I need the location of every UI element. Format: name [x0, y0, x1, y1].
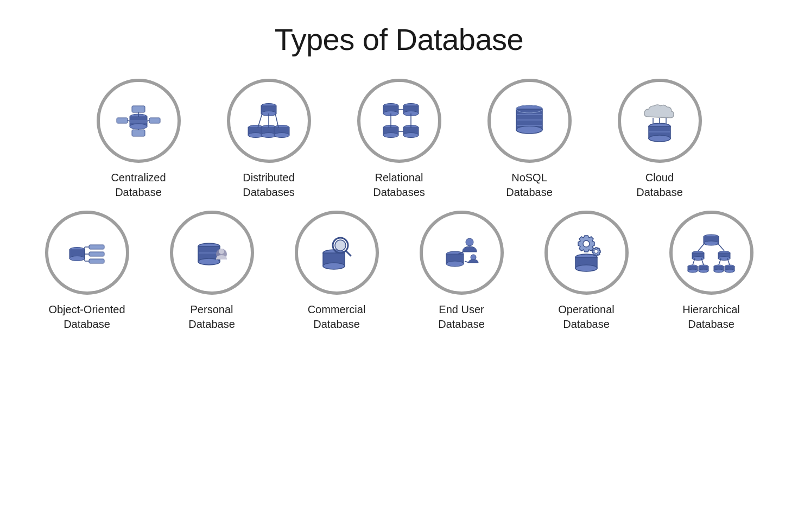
svg-point-98 [692, 256, 704, 260]
row-1: CentralizedDatabase [33, 79, 765, 200]
db-item-distributed: DistributedDatabases [212, 79, 326, 200]
db-item-object-oriented: Object-OrientedDatabase [33, 211, 141, 332]
svg-point-93 [704, 241, 719, 245]
label-personal: PersonalDatabase [188, 302, 235, 332]
svg-point-82 [466, 238, 473, 246]
icon-circle-commercial [295, 211, 379, 295]
label-object-oriented: Object-OrientedDatabase [48, 302, 125, 332]
db-item-hierarchical: HierarchicalDatabase [657, 211, 765, 332]
cloud-icon [632, 94, 687, 148]
icon-circle-personal [170, 211, 254, 295]
icon-circle-object-oriented [45, 211, 129, 295]
svg-point-90 [594, 249, 598, 253]
svg-point-75 [323, 263, 345, 269]
label-hierarchical: HierarchicalDatabase [682, 302, 740, 332]
svg-point-55 [649, 135, 670, 142]
icon-circle-centralized [97, 79, 181, 163]
svg-line-94 [698, 243, 705, 251]
svg-rect-61 [89, 252, 104, 256]
label-distributed: DistributedDatabases [243, 170, 295, 200]
svg-line-11 [147, 121, 149, 121]
icon-circle-cloud [618, 79, 702, 163]
icon-circle-operational [544, 211, 629, 295]
page-title: Types of Database [275, 22, 523, 57]
svg-point-101 [718, 256, 730, 260]
svg-rect-10 [149, 118, 160, 123]
svg-point-23 [274, 132, 289, 137]
svg-rect-60 [89, 245, 104, 249]
db-item-relational: RelationalDatabases [342, 79, 456, 200]
db-item-cloud: CloudDatabase [603, 79, 717, 200]
row-2: Object-OrientedDatabase PersonalDatabase [33, 211, 765, 332]
db-item-operational: OperationalDatabase [532, 211, 641, 332]
centralized-icon [111, 94, 166, 148]
end-user-icon [434, 226, 489, 280]
grid-container: CentralizedDatabase [33, 79, 765, 332]
label-nosql: NoSQLDatabase [506, 170, 553, 200]
svg-point-108 [688, 269, 698, 273]
label-relational: RelationalDatabases [373, 170, 425, 200]
label-cloud: CloudDatabase [636, 170, 683, 200]
db-item-nosql: NoSQLDatabase [472, 79, 586, 200]
icon-circle-end-user [420, 211, 504, 295]
icon-circle-relational [357, 79, 441, 163]
icon-circle-nosql [487, 79, 572, 163]
svg-line-95 [718, 243, 724, 251]
hierarchical-icon [684, 226, 738, 280]
svg-line-9 [128, 121, 130, 121]
icon-circle-distributed [227, 79, 311, 163]
label-operational: OperationalDatabase [558, 302, 614, 332]
svg-rect-3 [130, 120, 147, 123]
distributed-icon [242, 94, 296, 148]
svg-rect-8 [117, 118, 128, 123]
commercial-icon [309, 226, 364, 280]
svg-point-81 [446, 261, 464, 267]
svg-point-45 [516, 126, 542, 134]
svg-point-72 [219, 249, 224, 254]
svg-rect-4 [132, 106, 145, 112]
svg-point-38 [403, 132, 419, 137]
db-item-commercial: CommercialDatabase [282, 211, 391, 332]
db-item-end-user: End UserDatabase [407, 211, 516, 332]
svg-point-2 [130, 124, 147, 129]
svg-point-35 [383, 132, 398, 137]
svg-rect-6 [132, 130, 145, 136]
icon-circle-hierarchical [669, 211, 753, 295]
db-item-centralized: CentralizedDatabase [81, 79, 195, 200]
label-commercial: CommercialDatabase [308, 302, 366, 332]
svg-rect-62 [89, 259, 104, 263]
svg-point-111 [699, 269, 708, 273]
svg-point-114 [714, 269, 724, 273]
svg-line-78 [346, 251, 351, 256]
relational-icon [372, 94, 426, 148]
nosql-icon [502, 94, 556, 148]
operational-icon [559, 226, 613, 280]
svg-point-77 [335, 240, 346, 251]
label-end-user: End UserDatabase [438, 302, 485, 332]
label-centralized: CentralizedDatabase [111, 170, 166, 200]
svg-point-89 [583, 240, 590, 247]
personal-icon [185, 226, 239, 280]
svg-point-88 [575, 265, 597, 271]
object-oriented-icon [60, 226, 114, 280]
db-item-personal: PersonalDatabase [157, 211, 266, 332]
svg-point-59 [69, 256, 85, 261]
svg-point-117 [725, 269, 734, 273]
